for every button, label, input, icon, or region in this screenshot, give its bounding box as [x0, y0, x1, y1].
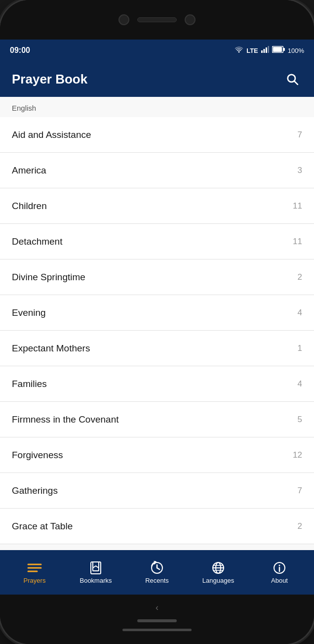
app-header: Prayer Book	[0, 61, 314, 97]
status-time: 09:00	[10, 46, 30, 55]
top-bezel	[0, 0, 314, 40]
nav-label-languages: Languages	[202, 577, 234, 584]
prayer-categories-list: Aid and Assistance7America3Children11Det…	[0, 117, 314, 544]
item-label: Detachment	[12, 236, 62, 247]
battery-percent: 100%	[288, 47, 304, 54]
item-count: 7	[298, 130, 302, 140]
back-button[interactable]: ‹	[156, 602, 158, 613]
signal-icon	[261, 46, 269, 55]
nav-item-about[interactable]: About	[257, 561, 302, 584]
item-count: 4	[298, 308, 302, 318]
speaker	[137, 17, 177, 22]
item-count: 3	[298, 166, 302, 175]
item-label: Families	[12, 379, 47, 389]
list-item[interactable]: Grace at Table2	[0, 509, 314, 544]
item-label: Expectant Mothers	[12, 343, 90, 354]
app-title: Prayer Book	[12, 72, 87, 87]
bottom-bar	[122, 629, 192, 631]
nav-item-bookmarks[interactable]: Bookmarks	[74, 561, 118, 584]
item-label: Grace at Table	[12, 521, 73, 532]
phone-shell: 09:00 LTE	[0, 0, 314, 644]
status-icons: LTE	[235, 46, 304, 55]
section-header: English	[0, 97, 314, 117]
item-count: 4	[298, 379, 302, 389]
list-item[interactable]: Aid and Assistance7	[0, 117, 314, 153]
svg-rect-1	[263, 49, 265, 53]
list-item[interactable]: Firmness in the Covenant5	[0, 402, 314, 437]
svg-rect-2	[266, 47, 267, 53]
item-label: America	[12, 165, 46, 176]
item-label: Gatherings	[12, 485, 58, 496]
item-count: 1	[298, 343, 302, 353]
wifi-icon	[235, 46, 243, 55]
item-label: Children	[12, 201, 47, 212]
search-button[interactable]	[282, 69, 302, 89]
item-label: Divine Springtime	[12, 272, 85, 283]
screen: 09:00 LTE	[0, 40, 314, 595]
bottom-nav: Prayers Bookmarks	[0, 550, 314, 595]
svg-point-23	[279, 564, 280, 566]
nav-item-recents[interactable]: Recents	[135, 561, 179, 584]
list-item[interactable]: Forgiveness12	[0, 437, 314, 473]
svg-rect-5	[283, 48, 285, 51]
item-count: 2	[298, 521, 302, 531]
camera-right	[185, 14, 196, 25]
list-item[interactable]: Families4	[0, 366, 314, 402]
svg-rect-0	[261, 50, 263, 53]
item-count: 5	[298, 415, 302, 425]
home-indicator[interactable]	[137, 619, 177, 622]
lte-indicator: LTE	[246, 47, 258, 54]
list-item[interactable]: Gatherings7	[0, 473, 314, 509]
status-bar: 09:00 LTE	[0, 40, 314, 61]
item-count: 12	[293, 450, 302, 460]
nav-label-about: About	[271, 577, 288, 584]
nav-label-bookmarks: Bookmarks	[79, 577, 112, 584]
bookmarks-icon	[88, 561, 104, 575]
list-item[interactable]: Expectant Mothers1	[0, 331, 314, 366]
item-label: Forgiveness	[12, 450, 63, 461]
item-count: 2	[298, 272, 302, 282]
about-icon	[272, 561, 287, 575]
nav-item-prayers[interactable]: Prayers	[12, 561, 57, 584]
list-item[interactable]: Children11	[0, 188, 314, 224]
bottom-bezel: ‹	[0, 595, 314, 644]
nav-label-prayers: Prayers	[24, 577, 46, 584]
item-count: 11	[293, 237, 302, 247]
list-item[interactable]: Detachment11	[0, 224, 314, 259]
svg-rect-6	[273, 47, 282, 52]
svg-rect-3	[268, 46, 269, 53]
svg-line-8	[294, 81, 298, 85]
list-item[interactable]: America3	[0, 153, 314, 188]
list-item[interactable]: Divine Springtime2	[0, 259, 314, 295]
camera-left	[118, 14, 129, 25]
camera-area	[118, 14, 196, 25]
battery-icon	[272, 46, 285, 55]
item-label: Aid and Assistance	[12, 129, 91, 140]
nav-label-recents: Recents	[145, 577, 169, 584]
list-item[interactable]: Evening4	[0, 295, 314, 331]
prayers-icon	[27, 561, 42, 575]
item-count: 7	[298, 486, 302, 496]
item-label: Firmness in the Covenant	[12, 414, 119, 425]
svg-line-16	[157, 568, 159, 569]
recents-icon	[149, 561, 165, 575]
nav-item-languages[interactable]: Languages	[196, 561, 240, 584]
item-count: 11	[293, 201, 302, 211]
list-container: English Aid and Assistance7America3Child…	[0, 97, 314, 550]
languages-icon	[210, 561, 226, 575]
item-label: Evening	[12, 307, 46, 318]
